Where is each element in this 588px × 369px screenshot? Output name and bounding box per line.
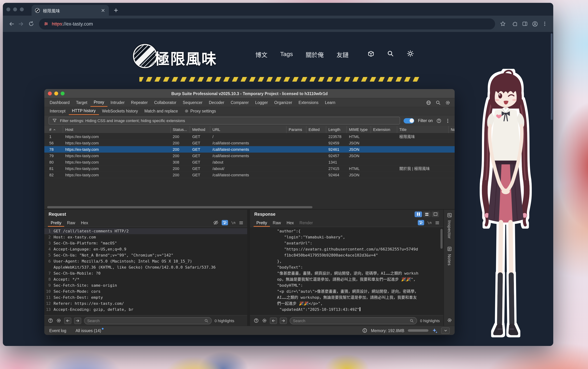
- table-horizontal-scrollbar[interactable]: [44, 205, 455, 209]
- response-scrollbar[interactable]: [440, 228, 443, 316]
- new-tab-button[interactable]: [113, 8, 119, 13]
- column-header[interactable]: Title: [397, 126, 449, 133]
- window-close-button[interactable]: [6, 7, 10, 11]
- burp-titlebar[interactable]: Burp Suite Professional v2025.10.3 - Tem…: [44, 89, 455, 98]
- browser-tab[interactable]: 極限風味: [31, 5, 109, 16]
- burp-menu-tab[interactable]: Decoder: [206, 98, 228, 107]
- extensions-icon[interactable]: [510, 19, 520, 29]
- burp-menu-tab[interactable]: Repeater: [128, 98, 151, 107]
- proxy-subtab[interactable]: Proxy settings: [181, 107, 219, 115]
- column-header[interactable]: Method: [190, 126, 210, 133]
- profile-icon[interactable]: [530, 19, 540, 29]
- burp-menu-tab[interactable]: Learn: [322, 98, 339, 107]
- next-match-button[interactable]: [74, 317, 81, 324]
- nav-link[interactable]: 關於俺: [306, 50, 324, 59]
- globe-icon[interactable]: [426, 100, 431, 105]
- window-zoom-button[interactable]: [20, 7, 24, 11]
- search-icon[interactable]: [387, 50, 394, 58]
- burp-menu-tab[interactable]: Target: [73, 98, 91, 107]
- editor-tab[interactable]: Raw: [64, 219, 78, 226]
- editor-tab[interactable]: Pretty: [254, 219, 270, 226]
- search-settings-icon[interactable]: [56, 318, 61, 323]
- column-header[interactable]: Note: [449, 126, 455, 133]
- response-editor[interactable]: "author":{ "login":"Yamabuki-bakery", "a…: [250, 227, 443, 315]
- pane-divider[interactable]: [247, 210, 250, 326]
- burp-menu-tab[interactable]: Dashboard: [46, 98, 73, 107]
- newline-chars-icon[interactable]: \n: [427, 221, 432, 225]
- filter-toggle[interactable]: [404, 118, 414, 123]
- editor-menu-icon[interactable]: [435, 220, 440, 225]
- editor-menu-icon[interactable]: [239, 220, 244, 225]
- notes-icon[interactable]: [447, 246, 452, 252]
- filter-settings-bar[interactable]: Filter settings: Hiding CSS and image co…: [49, 117, 400, 124]
- prev-match-button[interactable]: [270, 317, 277, 324]
- proxy-subtab[interactable]: Match and replace: [141, 107, 181, 115]
- scrollbar-thumb[interactable]: [440, 229, 443, 249]
- column-header[interactable]: URL: [210, 126, 287, 133]
- help-icon[interactable]: [48, 318, 53, 323]
- side-panel-icon[interactable]: [520, 19, 530, 29]
- layout-columns-button[interactable]: [415, 211, 422, 217]
- info-icon[interactable]: [362, 328, 368, 333]
- search-settings-icon[interactable]: [262, 318, 267, 323]
- window-minimize-button[interactable]: [13, 7, 17, 11]
- dock-settings-icon[interactable]: [447, 318, 452, 323]
- response-search-input[interactable]: [293, 318, 408, 323]
- request-search-input[interactable]: [87, 318, 202, 323]
- editor-tab[interactable]: Pretty: [48, 219, 64, 226]
- event-log-button[interactable]: Event log: [49, 328, 66, 333]
- help-icon[interactable]: [436, 118, 441, 123]
- hide-content-icon[interactable]: [213, 220, 219, 225]
- archive-box-icon[interactable]: [367, 50, 375, 58]
- prev-match-button[interactable]: [64, 317, 71, 324]
- word-wrap-icon[interactable]: [418, 220, 424, 225]
- http-history-row[interactable]: 80 https://ex-tasty.com 308 GET /about 1…: [44, 159, 455, 165]
- tab-close-icon[interactable]: [100, 8, 106, 13]
- word-wrap-icon[interactable]: [222, 220, 228, 225]
- http-history-row[interactable]: 56 https://ex-tasty.com 200 GET /call/la…: [44, 140, 455, 146]
- layout-single-button[interactable]: [432, 211, 439, 217]
- column-header[interactable]: Params: [287, 126, 306, 133]
- http-history-row[interactable]: 81 https://ex-tasty.com 200 GET /about/ …: [44, 165, 455, 172]
- burp-menu-tab[interactable]: Sequencer: [180, 98, 206, 107]
- burp-menu-tab[interactable]: Logger: [252, 98, 271, 107]
- column-header[interactable]: Extension: [371, 126, 397, 133]
- proxy-subtab[interactable]: WebSockets history: [99, 107, 141, 115]
- proxy-subtab[interactable]: Intercept: [46, 107, 69, 115]
- http-history-row[interactable]: 82 https://ex-tasty.com 200 GET /call/la…: [44, 172, 455, 178]
- back-icon[interactable]: [6, 19, 16, 29]
- notes-tab[interactable]: Notes: [447, 254, 451, 266]
- collapse-chevron-button[interactable]: [441, 327, 450, 334]
- layout-rows-button[interactable]: [423, 211, 430, 217]
- scrollbar-thumb[interactable]: [47, 206, 312, 208]
- burp-minimize-button[interactable]: [54, 92, 58, 95]
- page-scrollbar[interactable]: [551, 33, 553, 120]
- burp-menu-tab[interactable]: Collaborator: [151, 98, 179, 107]
- burp-settings-icon[interactable]: [445, 100, 450, 105]
- column-header[interactable]: Edited: [306, 126, 326, 133]
- burp-menu-tab[interactable]: Organizer: [271, 98, 295, 107]
- column-header[interactable]: Length: [326, 126, 347, 133]
- browser-menu-icon[interactable]: [540, 19, 550, 29]
- burp-menu-tab[interactable]: Extensions: [295, 98, 322, 107]
- burp-menu-tab[interactable]: Proxy: [90, 98, 107, 107]
- editor-tab[interactable]: Raw: [270, 219, 284, 226]
- address-bar[interactable]: https://ex-tasty.com: [39, 18, 495, 29]
- editor-tab[interactable]: Hex: [78, 219, 91, 226]
- proxy-subtab[interactable]: HTTP history: [69, 107, 99, 115]
- burp-close-button[interactable]: [48, 92, 52, 95]
- column-header[interactable]: Status...: [170, 126, 190, 133]
- column-header[interactable]: Host: [63, 126, 170, 133]
- inspector-tab[interactable]: Inspector: [447, 220, 451, 239]
- nav-link[interactable]: 友鏈: [337, 50, 349, 59]
- site-security-icon[interactable]: [44, 21, 49, 26]
- column-header[interactable]: MIME type: [347, 126, 371, 133]
- column-header-num[interactable]: #: [47, 126, 63, 133]
- bookmark-star-icon[interactable]: [498, 19, 508, 29]
- theme-sun-icon[interactable]: [406, 50, 414, 58]
- site-logo[interactable]: [133, 44, 157, 68]
- kebab-menu-icon[interactable]: [445, 118, 450, 123]
- http-history-row[interactable]: 78 https://ex-tasty.com 200 GET /call/la…: [44, 146, 455, 153]
- http-history-row[interactable]: 79 https://ex-tasty.com 200 GET /call/la…: [44, 153, 455, 159]
- inspector-icon[interactable]: [447, 213, 452, 218]
